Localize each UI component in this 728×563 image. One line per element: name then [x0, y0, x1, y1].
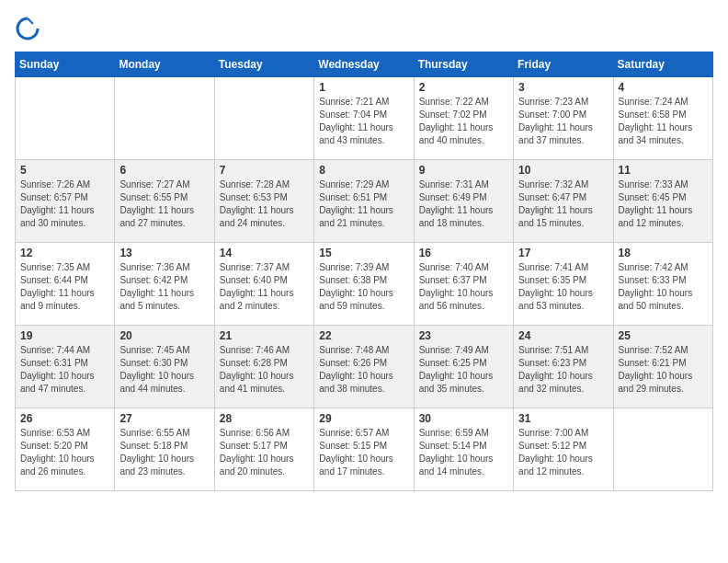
- day-info: Sunrise: 7:49 AM Sunset: 6:25 PM Dayligh…: [419, 344, 508, 396]
- calendar-cell: 22Sunrise: 7:48 AM Sunset: 6:26 PM Dayli…: [314, 326, 414, 408]
- day-info: Sunrise: 6:57 AM Sunset: 5:15 PM Dayligh…: [319, 427, 408, 478]
- weekday-header: Saturday: [613, 52, 712, 77]
- calendar-cell: 30Sunrise: 6:59 AM Sunset: 5:14 PM Dayli…: [414, 408, 513, 491]
- calendar-cell: 8Sunrise: 7:29 AM Sunset: 6:51 PM Daylig…: [314, 160, 414, 243]
- day-info: Sunrise: 7:32 AM Sunset: 6:47 PM Dayligh…: [518, 178, 608, 230]
- calendar-cell: 23Sunrise: 7:49 AM Sunset: 6:25 PM Dayli…: [414, 326, 513, 408]
- calendar-cell: 6Sunrise: 7:27 AM Sunset: 6:55 PM Daylig…: [115, 160, 214, 243]
- calendar-cell: 27Sunrise: 6:55 AM Sunset: 5:18 PM Dayli…: [115, 408, 214, 491]
- calendar-week-row: 12Sunrise: 7:35 AM Sunset: 6:44 PM Dayli…: [16, 243, 713, 326]
- weekday-header: Friday: [514, 52, 613, 77]
- day-number: 6: [119, 164, 209, 177]
- calendar-week-row: 19Sunrise: 7:44 AM Sunset: 6:31 PM Dayli…: [16, 326, 713, 408]
- page-header: [15, 15, 713, 40]
- weekday-header: Monday: [115, 52, 214, 77]
- calendar-table: SundayMondayTuesdayWednesdayThursdayFrid…: [15, 52, 713, 491]
- calendar-cell: 19Sunrise: 7:44 AM Sunset: 6:31 PM Dayli…: [16, 326, 115, 408]
- day-info: Sunrise: 7:48 AM Sunset: 6:26 PM Dayligh…: [319, 344, 408, 396]
- day-number: 3: [518, 81, 608, 94]
- day-number: 19: [20, 329, 109, 342]
- calendar-week-row: 5Sunrise: 7:26 AM Sunset: 6:57 PM Daylig…: [16, 160, 713, 243]
- calendar-header-row: SundayMondayTuesdayWednesdayThursdayFrid…: [16, 52, 713, 77]
- calendar-cell: 1Sunrise: 7:21 AM Sunset: 7:04 PM Daylig…: [314, 77, 414, 160]
- day-info: Sunrise: 6:53 AM Sunset: 5:20 PM Dayligh…: [20, 427, 109, 478]
- calendar-cell: 9Sunrise: 7:31 AM Sunset: 6:49 PM Daylig…: [414, 160, 513, 243]
- calendar-cell: 13Sunrise: 7:36 AM Sunset: 6:42 PM Dayli…: [115, 243, 214, 326]
- day-number: 5: [20, 164, 109, 177]
- logo: [15, 15, 44, 40]
- day-info: Sunrise: 7:37 AM Sunset: 6:40 PM Dayligh…: [220, 261, 309, 313]
- weekday-header: Wednesday: [314, 52, 414, 77]
- day-number: 14: [220, 247, 309, 259]
- day-info: Sunrise: 7:27 AM Sunset: 6:55 PM Dayligh…: [119, 178, 209, 230]
- day-number: 23: [419, 329, 508, 342]
- day-info: Sunrise: 7:39 AM Sunset: 6:38 PM Dayligh…: [319, 261, 408, 313]
- day-number: 31: [518, 412, 608, 425]
- calendar-cell: 29Sunrise: 6:57 AM Sunset: 5:15 PM Dayli…: [314, 408, 414, 491]
- day-number: 30: [419, 412, 508, 425]
- calendar-week-row: 26Sunrise: 6:53 AM Sunset: 5:20 PM Dayli…: [16, 408, 713, 491]
- day-number: 16: [419, 247, 508, 259]
- day-info: Sunrise: 6:56 AM Sunset: 5:17 PM Dayligh…: [220, 427, 309, 478]
- day-info: Sunrise: 7:21 AM Sunset: 7:04 PM Dayligh…: [319, 96, 408, 147]
- day-info: Sunrise: 7:44 AM Sunset: 6:31 PM Dayligh…: [20, 344, 109, 396]
- weekday-header: Thursday: [414, 52, 513, 77]
- day-number: 18: [619, 247, 708, 259]
- day-info: Sunrise: 6:55 AM Sunset: 5:18 PM Dayligh…: [119, 427, 209, 478]
- day-number: 20: [119, 329, 209, 342]
- day-info: Sunrise: 7:33 AM Sunset: 6:45 PM Dayligh…: [619, 178, 708, 230]
- day-info: Sunrise: 7:29 AM Sunset: 6:51 PM Dayligh…: [319, 178, 408, 230]
- calendar-cell: 24Sunrise: 7:51 AM Sunset: 6:23 PM Dayli…: [514, 326, 613, 408]
- calendar-cell: [214, 77, 313, 160]
- calendar-cell: 17Sunrise: 7:41 AM Sunset: 6:35 PM Dayli…: [514, 243, 613, 326]
- calendar-cell: 10Sunrise: 7:32 AM Sunset: 6:47 PM Dayli…: [514, 160, 613, 243]
- day-number: 7: [220, 164, 309, 177]
- day-number: 11: [619, 164, 708, 177]
- day-info: Sunrise: 7:24 AM Sunset: 6:58 PM Dayligh…: [619, 96, 708, 147]
- day-info: Sunrise: 7:36 AM Sunset: 6:42 PM Dayligh…: [119, 261, 209, 313]
- day-number: 13: [119, 247, 209, 259]
- weekday-header: Sunday: [16, 52, 115, 77]
- day-number: 15: [319, 247, 408, 259]
- day-info: Sunrise: 7:51 AM Sunset: 6:23 PM Dayligh…: [518, 344, 608, 396]
- day-number: 22: [319, 329, 408, 342]
- day-number: 21: [220, 329, 309, 342]
- day-number: 27: [119, 412, 209, 425]
- calendar-cell: 14Sunrise: 7:37 AM Sunset: 6:40 PM Dayli…: [214, 243, 313, 326]
- calendar-cell: 28Sunrise: 6:56 AM Sunset: 5:17 PM Dayli…: [214, 408, 313, 491]
- calendar-cell: 31Sunrise: 7:00 AM Sunset: 5:12 PM Dayli…: [514, 408, 613, 491]
- day-number: 24: [518, 329, 608, 342]
- logo-icon: [15, 15, 40, 40]
- day-number: 8: [319, 164, 408, 177]
- day-number: 9: [419, 164, 508, 177]
- day-number: 29: [319, 412, 408, 425]
- calendar-cell: 26Sunrise: 6:53 AM Sunset: 5:20 PM Dayli…: [16, 408, 115, 491]
- day-number: 17: [518, 247, 608, 259]
- day-info: Sunrise: 7:00 AM Sunset: 5:12 PM Dayligh…: [518, 427, 608, 478]
- calendar-cell: 25Sunrise: 7:52 AM Sunset: 6:21 PM Dayli…: [613, 326, 712, 408]
- calendar-week-row: 1Sunrise: 7:21 AM Sunset: 7:04 PM Daylig…: [16, 77, 713, 160]
- day-info: Sunrise: 7:46 AM Sunset: 6:28 PM Dayligh…: [220, 344, 309, 396]
- day-info: Sunrise: 6:59 AM Sunset: 5:14 PM Dayligh…: [419, 427, 508, 478]
- calendar-cell: [115, 77, 214, 160]
- day-info: Sunrise: 7:42 AM Sunset: 6:33 PM Dayligh…: [619, 261, 708, 313]
- calendar-cell: 7Sunrise: 7:28 AM Sunset: 6:53 PM Daylig…: [214, 160, 313, 243]
- calendar-cell: 21Sunrise: 7:46 AM Sunset: 6:28 PM Dayli…: [214, 326, 313, 408]
- calendar-cell: 16Sunrise: 7:40 AM Sunset: 6:37 PM Dayli…: [414, 243, 513, 326]
- day-info: Sunrise: 7:35 AM Sunset: 6:44 PM Dayligh…: [20, 261, 109, 313]
- day-number: 26: [20, 412, 109, 425]
- day-info: Sunrise: 7:31 AM Sunset: 6:49 PM Dayligh…: [419, 178, 508, 230]
- day-info: Sunrise: 7:45 AM Sunset: 6:30 PM Dayligh…: [119, 344, 209, 396]
- day-info: Sunrise: 7:22 AM Sunset: 7:02 PM Dayligh…: [419, 96, 508, 147]
- calendar-cell: 18Sunrise: 7:42 AM Sunset: 6:33 PM Dayli…: [613, 243, 712, 326]
- calendar-cell: [613, 408, 712, 491]
- day-info: Sunrise: 7:40 AM Sunset: 6:37 PM Dayligh…: [419, 261, 508, 313]
- calendar-cell: 12Sunrise: 7:35 AM Sunset: 6:44 PM Dayli…: [16, 243, 115, 326]
- calendar-cell: 15Sunrise: 7:39 AM Sunset: 6:38 PM Dayli…: [314, 243, 414, 326]
- calendar-cell: [16, 77, 115, 160]
- day-info: Sunrise: 7:28 AM Sunset: 6:53 PM Dayligh…: [220, 178, 309, 230]
- calendar-cell: 3Sunrise: 7:23 AM Sunset: 7:00 PM Daylig…: [514, 77, 613, 160]
- calendar-cell: 5Sunrise: 7:26 AM Sunset: 6:57 PM Daylig…: [16, 160, 115, 243]
- day-info: Sunrise: 7:41 AM Sunset: 6:35 PM Dayligh…: [518, 261, 608, 313]
- calendar-cell: 2Sunrise: 7:22 AM Sunset: 7:02 PM Daylig…: [414, 77, 513, 160]
